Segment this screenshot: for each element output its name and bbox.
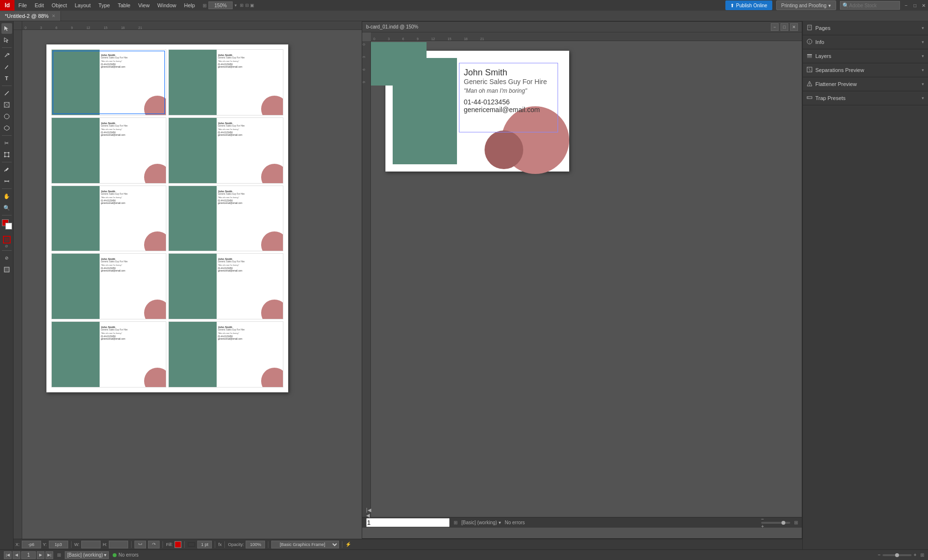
menu-type[interactable]: Type <box>95 0 114 11</box>
errors-area: No errors <box>113 552 139 558</box>
tool-select[interactable] <box>1 23 12 34</box>
nav-controls: |◀ ◀ ▶ ▶| <box>4 551 53 559</box>
rotate-btn[interactable] <box>148 541 160 548</box>
tool-measure[interactable] <box>1 176 12 187</box>
zoom-input[interactable] <box>208 1 233 9</box>
bc-card-4[interactable]: John Smith Generic Sales Guy For Hire "M… <box>168 117 283 184</box>
panel-flat-preview-header[interactable]: Flattener Preview ▾ <box>803 77 928 91</box>
doc2-fit-icon[interactable]: ⊞ <box>794 520 798 525</box>
zoom-out-btn[interactable]: − <box>878 552 881 558</box>
menu-layout[interactable]: Layout <box>71 0 95 11</box>
doc2-minimize[interactable]: − <box>771 23 779 31</box>
zoom-in-btn[interactable]: + <box>913 552 916 558</box>
tab-untitled-2[interactable]: *Untitled-2 @ 88% ✕ <box>0 11 61 21</box>
bc-pink-7 <box>144 300 166 319</box>
panel-sep-preview-header[interactable]: Separations Preview ▾ <box>803 63 928 77</box>
doc2-first-page[interactable]: |◀ <box>366 507 450 513</box>
tool-ellipse[interactable] <box>1 111 12 122</box>
x-input[interactable] <box>22 541 41 548</box>
background-swatch[interactable] <box>5 223 12 230</box>
panel-trap-header[interactable]: Trap Presets ▾ <box>803 91 928 105</box>
constrain-proportions[interactable] <box>134 541 146 548</box>
doc2-next-page[interactable]: ▶ <box>366 527 450 528</box>
pages-chevron: ▾ <box>922 26 924 30</box>
menu-help[interactable]: Help <box>180 0 199 11</box>
tool-free-transform[interactable] <box>1 149 12 160</box>
fit-page-icon[interactable]: ⊞ <box>920 552 924 558</box>
search-icon: 🔍 <box>842 2 849 9</box>
bc-card-7[interactable]: John Smith Generic Sales Guy For Hire "M… <box>51 253 166 319</box>
bc-card-2[interactable]: John Smith Generic Sales Guy For Hire "M… <box>168 49 283 115</box>
next-page-btn[interactable]: ▶ <box>37 551 44 559</box>
menu-object[interactable]: Object <box>48 0 71 11</box>
bc-card-5[interactable]: John Smith Generic Sales Guy For Hire "M… <box>51 186 166 252</box>
doc2-prev-page[interactable]: ◀ <box>366 513 450 518</box>
doc2-ruler-left: 0 3 6 9 <box>362 41 371 528</box>
doc2-canvas[interactable]: John Smith Generic Sales Guy For Hire "M… <box>371 41 802 528</box>
close-button[interactable]: ✕ <box>919 0 928 11</box>
zoom-track[interactable] <box>883 554 912 556</box>
tab-close-1[interactable]: ✕ <box>52 11 56 21</box>
doc2-maximize[interactable]: □ <box>781 23 788 31</box>
y-input[interactable] <box>49 541 68 548</box>
tool-sep-7 <box>2 250 12 251</box>
flattener-preview-icon <box>807 81 812 88</box>
frame-type-select[interactable]: [Basic Graphics Frame] <box>271 541 339 548</box>
tool-rect[interactable] <box>1 100 12 110</box>
doc2-zoom-track[interactable] <box>761 522 790 524</box>
bc-card-3[interactable]: John Smith Generic Sales Guy For Hire "M… <box>51 117 166 184</box>
search-input[interactable] <box>849 3 898 8</box>
stroke-indicator[interactable] <box>3 236 11 244</box>
doc2-close[interactable]: ✕ <box>790 23 798 31</box>
bc-card-8[interactable]: John Smith Generic Sales Guy For Hire "M… <box>168 253 283 319</box>
tool-preview-mode[interactable] <box>1 264 12 275</box>
doc2-page-input[interactable] <box>366 518 450 527</box>
publish-online-button[interactable]: ⬆ Publish Online <box>725 0 772 10</box>
tool-line[interactable] <box>1 88 12 99</box>
bc-card-1[interactable]: John Smith Generic Sales Guy For Hire "M… <box>51 49 166 115</box>
tool-eyedropper[interactable] <box>1 164 12 175</box>
bc-pink-2 <box>261 96 283 115</box>
fill-color-swatch[interactable] <box>175 541 181 548</box>
tool-type[interactable]: T <box>1 73 12 84</box>
doc2-overflow-teal <box>371 42 427 86</box>
ruler-left-1 <box>14 30 22 539</box>
last-page-btn[interactable]: ▶| <box>45 551 53 559</box>
page-number-input[interactable] <box>21 551 36 559</box>
tool-polygon[interactable] <box>1 123 12 133</box>
profile-dropdown[interactable]: [Basic] (working) ▾ <box>65 551 109 559</box>
tool-direct-select[interactable] <box>1 35 12 45</box>
opacity-input[interactable] <box>246 541 265 548</box>
w-input[interactable] <box>81 541 101 548</box>
bc-card-10[interactable]: John Smith Generic Sales Guy For Hire "M… <box>168 321 283 388</box>
panel-pages-header[interactable]: Pages ▾ <box>803 21 928 35</box>
menu-table[interactable]: Table <box>114 0 134 11</box>
menu-view[interactable]: View <box>134 0 154 11</box>
first-page-btn[interactable]: |◀ <box>4 551 12 559</box>
tool-apply-none[interactable]: ⊘ <box>1 253 12 263</box>
restore-button[interactable]: □ <box>911 0 919 11</box>
tool-pencil[interactable] <box>1 61 12 72</box>
doc2-profile-dropdown[interactable]: [Basic] (working) ▾ <box>461 520 501 525</box>
tool-scissors[interactable]: ✂ <box>1 138 12 148</box>
stroke-swatch[interactable] <box>188 542 195 547</box>
panel-layers-header[interactable]: Layers ▾ <box>803 49 928 63</box>
tool-hand[interactable]: ✋ <box>1 191 12 201</box>
prev-page-btn[interactable]: ◀ <box>13 551 20 559</box>
panel-info-header[interactable]: i Info ▾ <box>803 35 928 49</box>
minimize-button[interactable]: − <box>902 0 911 11</box>
zoom-handle[interactable] <box>895 553 899 557</box>
bc-card-6[interactable]: John Smith Generic Sales Guy For Hire "M… <box>168 186 283 252</box>
tool-zoom[interactable]: 🔍 <box>1 202 12 213</box>
printing-proofing-button[interactable]: Printing and Proofing ▾ <box>776 0 836 10</box>
stroke-input[interactable] <box>197 541 212 548</box>
menu-file[interactable]: File <box>15 0 31 11</box>
tool-sep-4 <box>2 162 12 162</box>
bc-card-9[interactable]: John Smith Generic Sales Guy For Hire "M… <box>51 321 166 388</box>
doc2-zoom-handle[interactable] <box>781 521 785 525</box>
menu-edit[interactable]: Edit <box>31 0 48 11</box>
menu-window[interactable]: Window <box>153 0 180 11</box>
tool-pen[interactable] <box>1 50 12 60</box>
zoom-dropdown-icon[interactable]: ▾ <box>235 3 237 8</box>
h-input[interactable] <box>109 541 128 548</box>
